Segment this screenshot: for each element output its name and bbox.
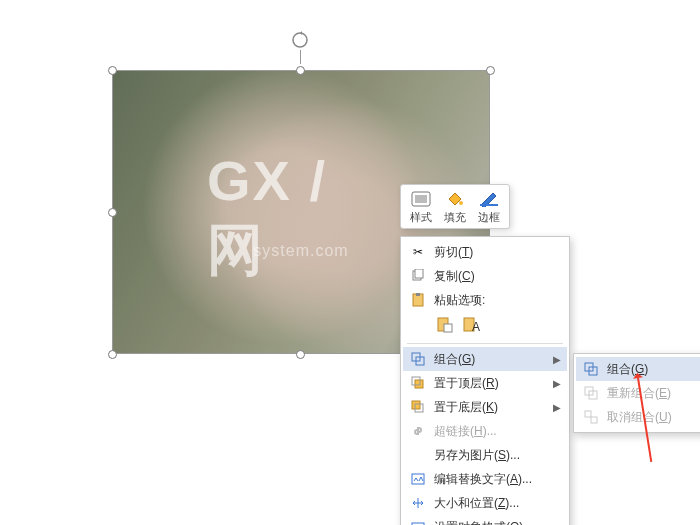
mini-outline-label: 边框: [478, 210, 500, 225]
menu-cut[interactable]: ✂ 剪切(T): [403, 240, 567, 264]
svg-rect-6: [415, 269, 423, 278]
fill-bucket-icon: [444, 190, 466, 208]
menu-group-label: 组合: [434, 352, 458, 366]
svg-point-0: [293, 33, 307, 47]
mini-fill-button[interactable]: 填充: [444, 190, 466, 225]
menu-cut-label: 剪切: [434, 245, 458, 259]
menu-save-as-picture[interactable]: 另存为图片(S)...: [403, 443, 567, 467]
link-icon: [409, 422, 427, 440]
menu-send-back-label: 置于底层: [434, 400, 482, 414]
copy-icon: [409, 267, 427, 285]
bring-front-icon: [409, 374, 427, 392]
rotate-stem: [300, 50, 301, 64]
rotate-handle[interactable]: [290, 30, 310, 50]
save-pic-icon: [409, 446, 427, 464]
menu-separator-1: [407, 343, 563, 344]
svg-rect-27: [591, 417, 597, 423]
handle-n[interactable]: [296, 66, 305, 75]
submenu-arrow-icon: ▶: [553, 378, 561, 389]
submenu-group-label: 组合: [607, 362, 631, 376]
menu-paste-options-label: 粘贴选项:: [434, 292, 553, 309]
menu-hyperlink-label: 超链接: [434, 424, 470, 438]
group-submenu: 组合(G) 重新组合(E) 取消组合(U): [573, 353, 700, 433]
svg-rect-4: [480, 204, 498, 206]
menu-format-object[interactable]: 设置对象格式(O)...: [403, 515, 567, 525]
svg-rect-15: [415, 380, 423, 388]
svg-rect-26: [585, 411, 591, 417]
menu-alt-text-label: 编辑替换文字: [434, 472, 506, 486]
menu-send-to-back[interactable]: 置于底层(K) ▶: [403, 395, 567, 419]
svg-text:A: A: [472, 320, 480, 334]
menu-group[interactable]: 组合(G) ▶: [403, 347, 567, 371]
paste-options-row: A: [403, 312, 567, 340]
scissors-icon: ✂: [409, 243, 427, 261]
menu-edit-alt-text[interactable]: 编辑替换文字(A)...: [403, 467, 567, 491]
send-back-icon: [409, 398, 427, 416]
menu-bring-to-front[interactable]: 置于顶层(R) ▶: [403, 371, 567, 395]
alt-text-icon: [409, 470, 427, 488]
menu-copy[interactable]: 复制(C): [403, 264, 567, 288]
handle-sw[interactable]: [108, 350, 117, 359]
group-icon: [582, 360, 600, 378]
submenu-arrow-icon: ▶: [553, 402, 561, 413]
svg-rect-10: [444, 324, 452, 332]
group-icon: [409, 350, 427, 368]
style-icon: [410, 190, 432, 208]
submenu-arrow-icon: ▶: [553, 354, 561, 365]
submenu-regroup-label: 重新组合: [607, 386, 655, 400]
menu-format-obj-label: 设置对象格式: [434, 520, 506, 526]
mini-fill-label: 填充: [444, 210, 466, 225]
regroup-icon: [582, 384, 600, 402]
svg-rect-8: [416, 293, 420, 296]
mini-outline-button[interactable]: 边框: [478, 190, 500, 225]
format-obj-icon: [409, 518, 427, 525]
menu-save-pic-label: 另存为图片: [434, 448, 494, 462]
paste-option-2[interactable]: A: [460, 314, 482, 336]
menu-size-position[interactable]: 大小和位置(Z)...: [403, 491, 567, 515]
submenu-ungroup: 取消组合(U): [576, 405, 700, 429]
menu-size-pos-label: 大小和位置: [434, 496, 494, 510]
submenu-ungroup-label: 取消组合: [607, 410, 655, 424]
menu-hyperlink: 超链接(H)...: [403, 419, 567, 443]
handle-w[interactable]: [108, 208, 117, 217]
svg-point-3: [459, 201, 463, 205]
context-menu: ✂ 剪切(T) 复制(C) 粘贴选项: A 组合(G) ▶ 置于顶层(R) ▶: [400, 236, 570, 525]
ungroup-icon: [582, 408, 600, 426]
watermark-large: GX / 网: [207, 147, 395, 288]
svg-rect-2: [415, 195, 427, 203]
paste-option-1[interactable]: [434, 314, 456, 336]
mini-toolbar: 样式 填充 边框: [400, 184, 510, 229]
mini-style-button[interactable]: 样式: [410, 190, 432, 225]
handle-ne[interactable]: [486, 66, 495, 75]
mini-style-label: 样式: [410, 210, 432, 225]
handle-s[interactable]: [296, 350, 305, 359]
outline-pen-icon: [478, 190, 500, 208]
size-pos-icon: [409, 494, 427, 512]
menu-bring-front-label: 置于顶层: [434, 376, 482, 390]
menu-paste-options: 粘贴选项:: [403, 288, 567, 312]
handle-nw[interactable]: [108, 66, 117, 75]
clipboard-icon: [409, 291, 427, 309]
svg-rect-17: [412, 401, 420, 409]
watermark-small: system.com: [253, 242, 348, 260]
menu-copy-label: 复制: [434, 269, 458, 283]
